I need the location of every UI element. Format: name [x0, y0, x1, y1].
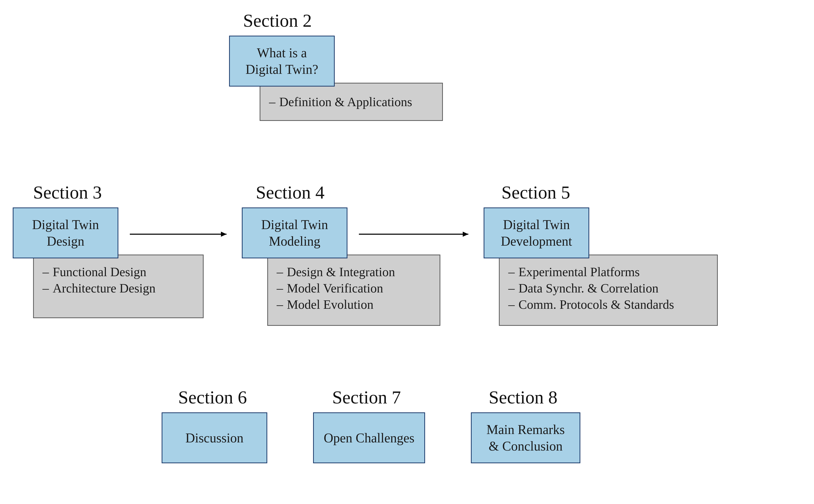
section-4-title: Digital TwinModeling [261, 216, 328, 249]
section-7-label: Section 7 [332, 387, 401, 408]
section-6-title: Discussion [185, 430, 243, 446]
section-5-label: Section 5 [501, 182, 570, 203]
section-8-label: Section 8 [489, 387, 557, 408]
section-2-title-box: What is aDigital Twin? [229, 36, 335, 87]
section-4-item-0: –Design & Integration [277, 264, 431, 279]
bullet-dash-icon: – [43, 264, 53, 279]
section-5-item-1: –Data Synchr. & Correlation [508, 281, 708, 296]
section-4-detail-box: –Design & Integration –Model Verificatio… [267, 255, 440, 326]
section-4-item-1: –Model Verification [277, 281, 431, 296]
bullet-dash-icon: – [508, 264, 518, 279]
svg-marker-3 [463, 232, 468, 237]
section-7-title: Open Challenges [324, 430, 415, 446]
section-4-list: –Design & Integration –Model Verificatio… [277, 264, 431, 312]
diagram-stage: Section 2 –Definition & Applications Wha… [0, 0, 814, 504]
section-5-list: –Experimental Platforms –Data Synchr. & … [508, 264, 708, 312]
bullet-dash-icon: – [508, 297, 518, 312]
bullet-dash-icon: – [277, 281, 287, 296]
bullet-dash-icon: – [43, 281, 53, 296]
section-2-detail-box: –Definition & Applications [260, 83, 443, 121]
bullet-dash-icon: – [269, 94, 279, 109]
section-5-item-2: –Comm. Protocols & Standards [508, 297, 708, 312]
section-3-item-1: –Architecture Design [43, 281, 194, 296]
section-2-title: What is aDigital Twin? [246, 45, 318, 78]
section-6-label: Section 6 [178, 387, 247, 408]
section-5-detail-box: –Experimental Platforms –Data Synchr. & … [499, 255, 718, 326]
section-3-title: Digital TwinDesign [32, 216, 99, 249]
section-2-label: Section 2 [243, 10, 312, 31]
arrow-4-to-5 [356, 228, 476, 241]
section-4-label: Section 4 [256, 182, 325, 203]
section-6-title-box: Discussion [162, 412, 267, 463]
bullet-dash-icon: – [508, 281, 518, 296]
section-3-item-0: –Functional Design [43, 264, 194, 279]
section-8-title: Main Remarks& Conclusion [486, 421, 565, 454]
section-4-title-box: Digital TwinModeling [242, 207, 347, 258]
section-7-title-box: Open Challenges [313, 412, 425, 463]
section-2-item-0: –Definition & Applications [269, 94, 412, 109]
bullet-dash-icon: – [277, 297, 287, 312]
section-3-list: –Functional Design –Architecture Design [43, 264, 194, 296]
section-5-item-0: –Experimental Platforms [508, 264, 708, 279]
section-8-title-box: Main Remarks& Conclusion [471, 412, 580, 463]
svg-marker-1 [221, 232, 227, 237]
section-3-label: Section 3 [33, 182, 102, 203]
arrow-3-to-4 [127, 228, 234, 241]
section-5-title-box: Digital TwinDevelopment [484, 207, 589, 258]
section-3-title-box: Digital TwinDesign [13, 207, 118, 258]
section-4-item-2: –Model Evolution [277, 297, 431, 312]
section-3-detail-box: –Functional Design –Architecture Design [33, 255, 204, 318]
section-5-title: Digital TwinDevelopment [501, 216, 572, 249]
bullet-dash-icon: – [277, 264, 287, 279]
